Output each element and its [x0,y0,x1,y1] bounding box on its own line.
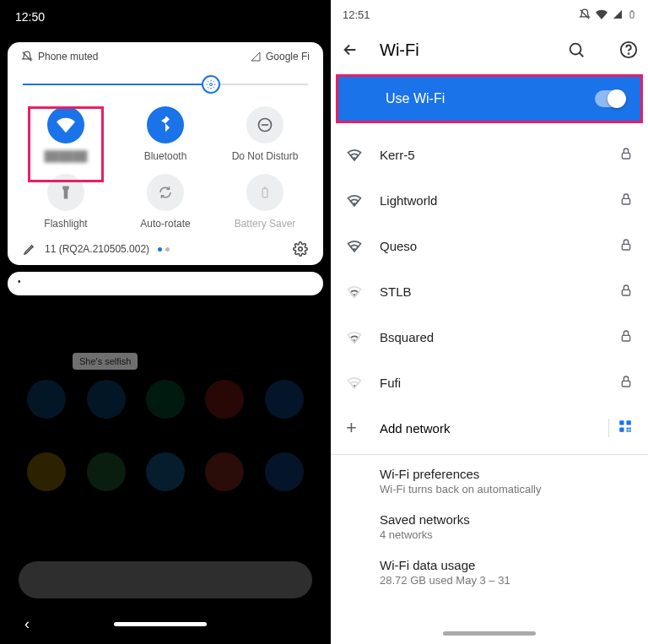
battery-icon [628,8,636,20]
tile-flashlight[interactable]: Flashlight [16,174,116,230]
preference-item[interactable]: Wi-Fi data usage 28.72 GB used May 3 – 3… [331,549,648,595]
bell-off-icon [579,8,591,20]
lock-icon [619,284,633,300]
pref-sub: Wi-Fi turns back on automatically [380,483,633,495]
back-button[interactable]: ‹ [24,615,30,633]
svg-point-13 [629,53,629,54]
network-name: Lightworld [380,193,619,208]
add-network-label: Add network [380,421,602,436]
edit-icon[interactable] [23,242,36,256]
svg-rect-17 [622,290,629,295]
tile-battery[interactable]: Battery Saver [215,174,315,230]
status-bar-left: 12:50 [0,0,331,34]
svg-point-10 [570,44,581,55]
svg-rect-14 [622,153,629,159]
network-item[interactable]: Kerr-5 [331,132,648,177]
pref-sub: 4 networks [380,528,633,541]
wifi-settings-screen: 12:51 Wi-Fi Use Wi-Fi Kerr-5 Lightworld [331,0,648,644]
carrier-label: Google Fi [266,51,310,62]
plus-icon: + [346,417,380,439]
svg-rect-24 [629,430,631,432]
use-wifi-label: Use Wi-Fi [386,91,445,106]
network-name: STLB [380,284,619,299]
chat-bubble: She's selfish [73,353,138,370]
help-icon[interactable] [619,41,638,59]
network-item[interactable]: Lightworld [331,177,648,223]
flashlight-icon [58,185,73,200]
add-network[interactable]: + Add network [331,405,648,451]
back-icon[interactable] [341,41,359,59]
network-item[interactable]: Fufi [331,360,648,405]
settings-icon[interactable] [293,241,308,257]
build-label: 11 (RQ2A.210505.002) [45,243,149,255]
qr-icon[interactable] [608,419,633,437]
nav-pill[interactable] [443,631,536,636]
wifi-signal-icon [346,374,380,391]
home-apps-dim [0,380,331,491]
bluetooth-icon [157,116,174,133]
svg-rect-19 [622,381,629,387]
tile-dnd-label: Do Not Disturb [232,150,299,162]
network-item[interactable]: Bsquared [331,314,648,360]
search-icon[interactable] [567,41,586,59]
tile-autorotate[interactable]: Auto-rotate [116,174,215,230]
lock-icon [619,329,633,345]
wifi-signal-icon [346,283,380,300]
quick-tiles-grid: ██████ Bluetooth Do Not Disturb Flashlig… [11,103,320,233]
wifi-signal-icon [346,328,380,345]
rotate-icon [158,185,173,200]
tile-autorotate-label: Auto-rotate [140,218,190,230]
clock: 12:51 [343,8,370,21]
svg-rect-4 [262,188,267,198]
gear-icon [206,79,216,89]
brightness-slider[interactable] [23,74,308,95]
preference-item[interactable]: Wi-Fi preferences Wi-Fi turns back on au… [331,458,648,504]
tile-flashlight-label: Flashlight [44,218,87,230]
wifi-signal-icon [346,146,380,163]
phone-muted-label: Phone muted [38,51,98,62]
lock-icon [619,147,633,163]
pref-sub: 28.72 GB used May 3 – 31 [380,574,633,587]
preference-item[interactable]: Saved networks 4 networks [331,504,648,549]
svg-rect-23 [627,428,629,430]
wifi-signal-icon [346,237,380,254]
quick-settings-screen: 12:50 Phone muted Google Fi [0,0,331,644]
wifi-signal-icon [346,192,380,208]
status-bar-right: 12:51 [331,0,648,29]
network-name: Queso [380,239,619,253]
search-bar[interactable] [19,561,312,598]
use-wifi-toggle[interactable]: Use Wi-Fi [336,74,643,123]
svg-rect-22 [619,428,624,432]
tile-wifi-label: ██████ [44,150,87,162]
tile-battery-label: Battery Saver [235,218,296,230]
battery-icon [259,184,271,201]
svg-rect-21 [627,420,631,425]
tile-bluetooth[interactable]: Bluetooth [116,106,215,162]
svg-rect-25 [627,430,629,432]
nav-pill[interactable] [114,622,207,626]
clock: 12:50 [15,10,45,24]
notification-card[interactable]: • [8,272,323,295]
tile-bluetooth-label: Bluetooth [144,150,187,162]
tile-dnd[interactable]: Do Not Disturb [215,106,315,162]
tile-wifi[interactable]: ██████ [16,106,116,162]
nav-bar-left: ‹ [0,612,331,636]
svg-point-6 [299,247,303,252]
pref-title: Saved networks [380,512,633,527]
network-item[interactable]: STLB [331,268,648,314]
svg-line-11 [580,53,584,57]
lock-icon [619,192,633,208]
network-name: Fufi [380,376,619,390]
network-list: Kerr-5 Lightworld Queso STLB Bsquared Fu… [331,127,648,405]
nav-bar-right [331,631,648,636]
bell-off-icon [21,51,33,62]
svg-rect-16 [622,244,629,250]
svg-rect-15 [622,198,629,204]
wifi-status-icon [596,8,608,20]
pref-title: Wi-Fi data usage [380,558,633,572]
signal-icon [613,9,623,19]
switch-on[interactable] [595,90,625,107]
preferences-list: Wi-Fi preferences Wi-Fi turns back on au… [331,458,648,595]
svg-point-1 [210,84,213,86]
network-item[interactable]: Queso [331,223,648,268]
